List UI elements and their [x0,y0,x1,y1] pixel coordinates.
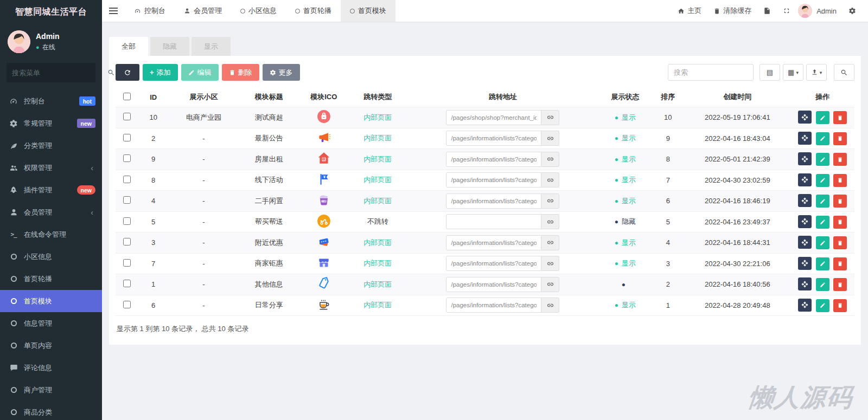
sidebar-item-information[interactable]: 信息管理 [0,312,102,334]
row-checkbox[interactable] [123,238,131,245]
sidebar-item-addon[interactable]: 插件管理 new [0,179,102,201]
col-status[interactable]: 展示状态 [598,88,652,107]
row-edit-button[interactable] [816,299,829,312]
search-button[interactable] [834,64,854,81]
status-badge[interactable]: ●显示 [615,259,636,268]
sidebar-item-page[interactable]: 单页内容 [0,334,102,357]
row-delete-button[interactable] [833,111,847,124]
sidebar-item-dashboard[interactable]: 控制台 hot [0,90,102,112]
navtab-home-module[interactable]: 首页模块 [341,0,395,22]
status-badge[interactable]: ●显示 [615,175,636,185]
drag-button[interactable] [798,194,812,207]
row-delete-button[interactable] [833,216,847,229]
link-icon[interactable] [541,110,559,125]
row-checkbox[interactable] [123,259,131,267]
fullscreen-icon[interactable] [777,0,796,22]
link-icon[interactable] [541,131,559,146]
row-edit-button[interactable] [816,257,829,270]
row-edit-button[interactable] [816,236,829,249]
status-badge[interactable]: ●显示 [615,113,636,122]
navtab-banner[interactable]: 首页轮播 [286,0,341,22]
status-badge[interactable]: ●显示 [615,133,636,143]
drag-button[interactable] [798,215,812,228]
col-created[interactable]: 创建时间 [684,88,790,107]
col-jump-type[interactable]: 跳转类型 [348,88,407,107]
row-edit-button[interactable] [816,278,829,291]
row-edit-button[interactable] [816,132,829,145]
navbar-avatar[interactable] [797,0,813,22]
hamburger-icon[interactable] [102,7,125,15]
add-button[interactable]: +添加 [143,64,178,81]
row-checkbox[interactable] [123,113,131,120]
row-edit-button[interactable] [816,153,829,166]
navtab-community[interactable]: 小区信息 [231,0,286,22]
sidebar-item-goods-category[interactable]: 商品分类 [0,401,102,420]
row-checkbox[interactable] [123,280,131,287]
drag-button[interactable] [798,173,812,186]
more-button[interactable]: 更多 [263,64,300,81]
table-search-input[interactable] [668,64,754,81]
jump-url-input[interactable] [446,256,541,271]
link-icon[interactable] [541,256,559,271]
jump-url-input[interactable] [446,235,541,250]
status-badge[interactable]: ●显示 [615,154,636,164]
jump-url-input[interactable] [446,193,541,209]
col-community[interactable]: 展示小区 [169,88,239,107]
col-title[interactable]: 模块标题 [239,88,299,107]
sidebar-item-auth[interactable]: 权限管理 ‹ [0,157,102,179]
language-icon[interactable] [758,0,776,22]
status-badge[interactable]: ●显示 [615,300,636,310]
link-icon[interactable] [541,298,559,313]
jump-url-input[interactable] [446,172,541,188]
drag-button[interactable] [798,257,812,270]
select-all-checkbox[interactable] [123,93,131,100]
navbar-user-name[interactable]: Admin [814,0,842,22]
detail-view-button[interactable]: ▤ [760,64,780,81]
row-delete-button[interactable] [833,174,847,187]
jump-url-input[interactable] [446,214,541,229]
navtab-member[interactable]: 会员管理 [175,0,231,22]
edit-button[interactable]: 编辑 [181,64,219,81]
link-icon[interactable] [541,214,559,229]
row-delete-button[interactable] [833,257,847,270]
sidebar-item-general[interactable]: 常规管理 new [0,112,102,134]
link-icon[interactable] [541,235,559,250]
jump-url-input[interactable] [446,110,541,125]
row-delete-button[interactable] [833,195,847,208]
drag-button[interactable] [798,236,812,249]
settings-gear-icon[interactable] [843,0,861,22]
row-delete-button[interactable] [833,299,847,312]
drag-button[interactable] [798,152,812,165]
drag-button[interactable] [798,132,812,145]
row-delete-button[interactable] [833,153,847,166]
link-icon[interactable] [541,193,559,209]
columns-button[interactable]: ▦▾ [783,64,803,81]
filter-tab-hidden[interactable]: 隐藏 [150,37,189,56]
row-edit-button[interactable] [816,174,829,187]
status-badge[interactable]: ●显示 [615,238,636,248]
row-checkbox[interactable] [123,196,131,204]
navtab-dashboard[interactable]: 控制台 [125,0,175,22]
sidebar-item-merchant[interactable]: 商户管理 [0,379,102,401]
clear-cache-button[interactable]: 清除缓存 [708,0,757,22]
sidebar-item-community[interactable]: 小区信息 [0,245,102,268]
row-delete-button[interactable] [833,132,847,145]
row-checkbox[interactable] [123,154,131,162]
home-button[interactable]: 主页 [672,0,707,22]
sidebar-item-category[interactable]: 分类管理 [0,134,102,157]
sidebar-item-member[interactable]: 会员管理 ‹ [0,201,102,223]
sidebar-item-home-module[interactable]: 首页模块 [0,290,102,312]
drag-button[interactable] [798,277,812,290]
col-jump-url[interactable]: 跳转地址 [407,88,599,107]
sidebar-item-banner[interactable]: 首页轮播 [0,268,102,290]
row-checkbox[interactable] [123,301,131,308]
jump-url-input[interactable] [446,298,541,313]
sidebar-item-command[interactable]: >_ 在线命令管理 [0,223,102,245]
sidebar-item-comment[interactable]: 评论信息 [0,357,102,379]
row-checkbox[interactable] [123,217,131,225]
row-edit-button[interactable] [816,111,829,124]
sidebar-search-input[interactable] [12,69,107,77]
jump-url-input[interactable] [446,152,541,167]
status-badge[interactable]: ● [622,281,629,288]
drag-button[interactable] [798,111,812,124]
